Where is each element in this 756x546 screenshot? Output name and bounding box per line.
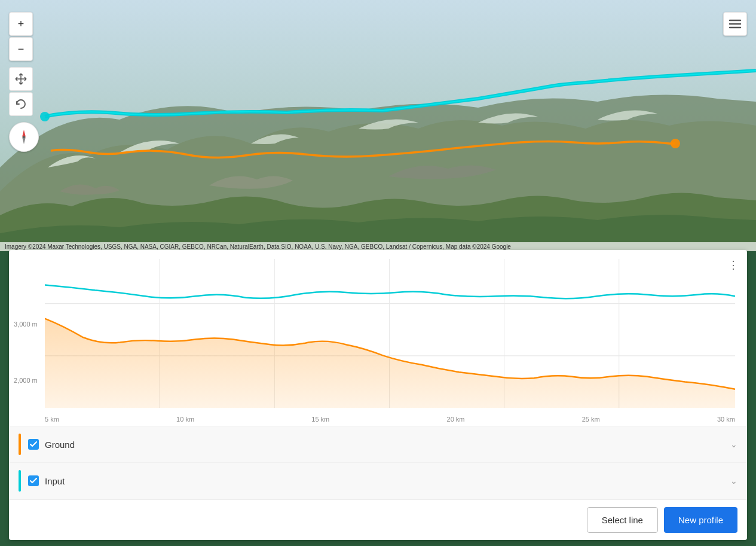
rotate-button[interactable]	[9, 92, 33, 116]
svg-point-1	[40, 112, 50, 121]
menu-button[interactable]	[723, 12, 747, 36]
hamburger-icon	[729, 19, 742, 29]
new-profile-button[interactable]: New profile	[664, 507, 737, 533]
legend-item-ground[interactable]: Ground ⌄	[9, 426, 747, 463]
input-label: Input	[45, 476, 730, 486]
elevation-chart: ⋮ 3,000 m 2,000 m	[9, 250, 747, 426]
x-label-15km: 15 km	[311, 416, 329, 423]
svg-point-2	[671, 139, 680, 148]
ground-expand-icon[interactable]: ⌄	[730, 440, 737, 449]
x-label-20km: 20 km	[447, 416, 465, 423]
chart-svg	[45, 259, 735, 408]
input-checkbox[interactable]	[28, 475, 39, 486]
profile-panel: ⋮ 3,000 m 2,000 m	[9, 250, 747, 540]
compass-icon	[15, 128, 33, 146]
x-label-30km: 30 km	[717, 416, 735, 423]
rotate-icon	[14, 97, 27, 111]
legend-area: Ground ⌄ Input ⌄	[9, 426, 747, 499]
x-label-5km: 5 km	[45, 416, 59, 423]
terrain-svg	[0, 0, 756, 251]
checkmark-icon	[30, 478, 37, 484]
x-label-10km: 10 km	[176, 416, 194, 423]
bottom-buttons: Select line New profile	[9, 499, 747, 540]
svg-point-5	[23, 136, 25, 138]
zoom-in-button[interactable]: +	[9, 12, 33, 36]
ground-color-bar	[19, 434, 21, 455]
zoom-out-button[interactable]: −	[9, 37, 33, 61]
map-view[interactable]: + − Imagery ©2024 Ma	[0, 0, 756, 251]
ground-label: Ground	[45, 440, 730, 450]
x-label-25km: 25 km	[582, 416, 600, 423]
checkmark-icon	[30, 441, 37, 447]
input-expand-icon[interactable]: ⌄	[730, 476, 737, 486]
select-line-button[interactable]: Select line	[587, 507, 658, 533]
map-controls: + −	[9, 12, 39, 152]
pan-button[interactable]	[9, 67, 33, 91]
legend-item-input[interactable]: Input ⌄	[9, 463, 747, 499]
y-label-2000: 2,000 m	[14, 377, 38, 384]
input-color-bar	[19, 470, 21, 492]
compass-button[interactable]	[9, 122, 39, 152]
y-label-3000: 3,000 m	[14, 321, 38, 328]
x-axis-labels: 5 km 10 km 15 km 20 km 25 km 30 km	[45, 416, 735, 423]
ground-checkbox[interactable]	[28, 439, 39, 450]
move-icon	[14, 72, 27, 86]
